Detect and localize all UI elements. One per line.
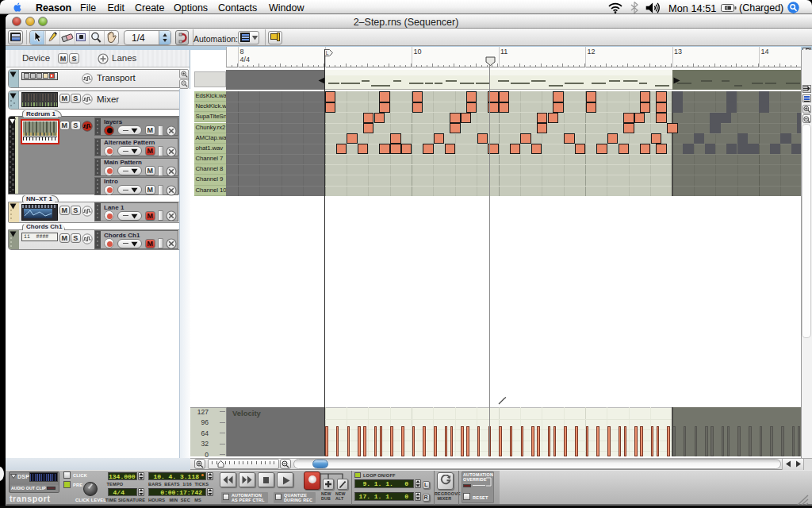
svg-text:L: L — [326, 50, 329, 56]
